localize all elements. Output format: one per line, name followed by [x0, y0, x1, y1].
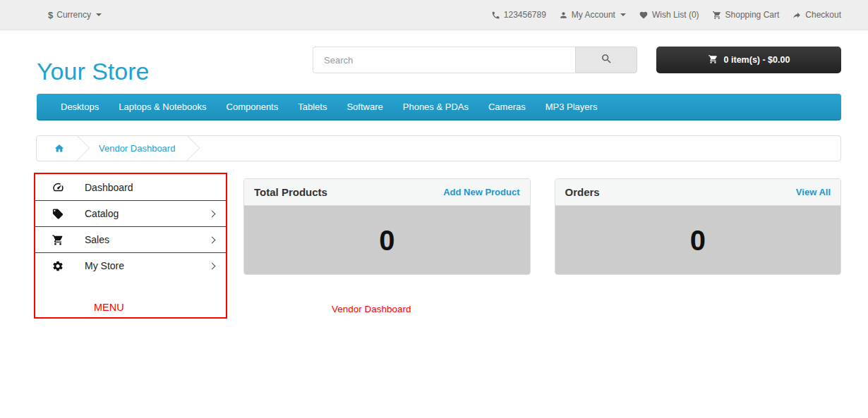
search-input[interactable]	[313, 47, 575, 73]
currency-label: Currency	[56, 10, 91, 20]
search-icon	[601, 53, 613, 68]
tag-icon	[51, 208, 65, 220]
shopping-cart-label: Shopping Cart	[725, 10, 780, 20]
phone-icon	[491, 11, 500, 20]
breadcrumb-separator	[174, 135, 200, 161]
vendor-menu: Dashboard Catalog Sales My St	[34, 173, 227, 319]
nav-item-components[interactable]: Components	[217, 94, 289, 121]
category-nav: Desktops Laptops & Notebooks Components …	[37, 94, 841, 121]
view-all-link[interactable]: View All	[796, 187, 831, 197]
add-new-product-link[interactable]: Add New Product	[443, 187, 519, 197]
caret-down-icon	[96, 13, 102, 16]
checkout-link[interactable]: Checkout	[792, 10, 841, 20]
my-account-label: My Account	[572, 10, 615, 20]
search-button[interactable]	[575, 47, 637, 73]
nav-item-phones-pdas[interactable]: Phones & PDAs	[393, 94, 478, 121]
nav-item-mp3-players[interactable]: MP3 Players	[536, 94, 608, 121]
share-arrow-icon	[792, 11, 802, 20]
nav-item-cameras[interactable]: Cameras	[478, 94, 536, 121]
currency-selector[interactable]: $ Currency	[48, 10, 102, 20]
chevron-right-icon	[209, 262, 216, 269]
breadcrumb-home[interactable]	[44, 135, 89, 161]
menu-annotation-label: MENU	[94, 302, 124, 313]
vendor-dashboard-annotation: Vendor Dashboard	[332, 304, 841, 314]
orders-panel: Orders View All 0	[555, 178, 842, 275]
cart-total-label: 0 item(s) - $0.00	[724, 55, 790, 65]
breadcrumb-separator	[64, 135, 90, 161]
user-icon	[559, 11, 568, 20]
nav-item-tablets[interactable]: Tablets	[288, 94, 337, 121]
orders-count: 0	[690, 225, 706, 257]
wish-list-label: Wish List (0)	[652, 10, 699, 20]
panel-title: Total Products	[254, 186, 327, 198]
nav-item-desktops[interactable]: Desktops	[51, 94, 109, 121]
cart-total-button[interactable]: 0 item(s) - $0.00	[656, 47, 841, 73]
cart-icon	[51, 234, 65, 246]
breadcrumb: Vendor Dashboard	[36, 135, 841, 161]
caret-down-icon	[620, 13, 626, 16]
cart-icon	[708, 54, 718, 66]
chevron-right-icon	[209, 236, 216, 243]
menu-item-dashboard[interactable]: Dashboard	[35, 174, 226, 200]
menu-item-label: Sales	[85, 234, 109, 245]
panel-title: Orders	[565, 186, 600, 198]
store-header: Your Store 0 item(s) - $0.00	[0, 30, 868, 94]
search-group	[313, 47, 637, 73]
dashboard-icon	[51, 181, 65, 193]
total-products-panel: Total Products Add New Product 0	[243, 178, 531, 275]
total-products-count: 0	[379, 225, 394, 257]
dollar-icon: $	[48, 10, 53, 20]
chevron-right-icon	[209, 210, 216, 217]
menu-item-sales[interactable]: Sales	[35, 226, 226, 252]
heart-icon	[639, 11, 649, 20]
breadcrumb-current-label: Vendor Dashboard	[99, 143, 175, 154]
menu-item-catalog[interactable]: Catalog	[35, 200, 226, 226]
checkout-label: Checkout	[805, 10, 841, 20]
menu-item-my-store[interactable]: My Store	[35, 252, 226, 278]
breadcrumb-current[interactable]: Vendor Dashboard	[89, 135, 199, 161]
menu-item-label: Dashboard	[85, 182, 133, 193]
my-account-menu[interactable]: My Account	[559, 10, 626, 20]
menu-item-label: Catalog	[85, 208, 119, 219]
phone-number: 123456789	[491, 10, 546, 20]
home-icon	[54, 143, 65, 154]
shopping-cart-link[interactable]: Shopping Cart	[712, 10, 780, 20]
nav-item-software[interactable]: Software	[337, 94, 392, 121]
wish-list-link[interactable]: Wish List (0)	[639, 10, 699, 20]
nav-item-laptops-notebooks[interactable]: Laptops & Notebooks	[109, 94, 216, 121]
gear-icon	[51, 260, 65, 272]
phone-label: 123456789	[504, 10, 546, 20]
store-logo[interactable]: Your Store	[37, 58, 313, 85]
cart-icon	[712, 11, 722, 20]
menu-item-label: My Store	[85, 260, 124, 271]
top-bar: $ Currency 123456789 My Account	[0, 0, 868, 30]
